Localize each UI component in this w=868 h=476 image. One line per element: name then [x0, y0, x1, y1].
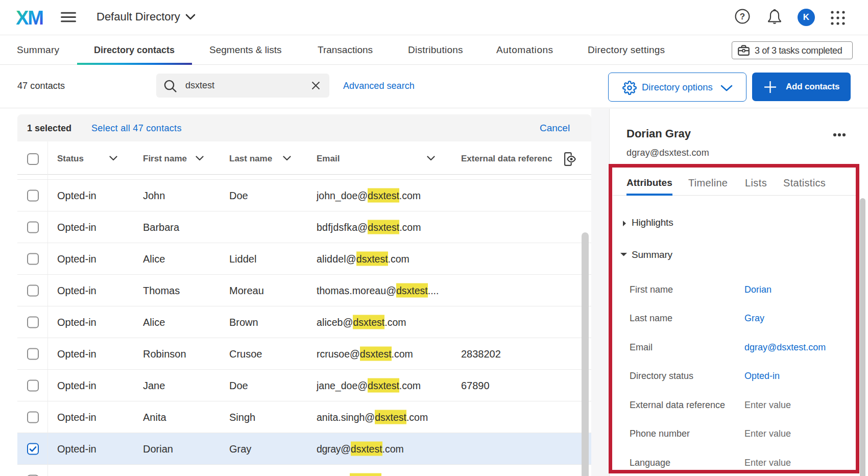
- svg-text:XM: XM: [16, 10, 43, 25]
- svg-text:?: ?: [740, 12, 745, 21]
